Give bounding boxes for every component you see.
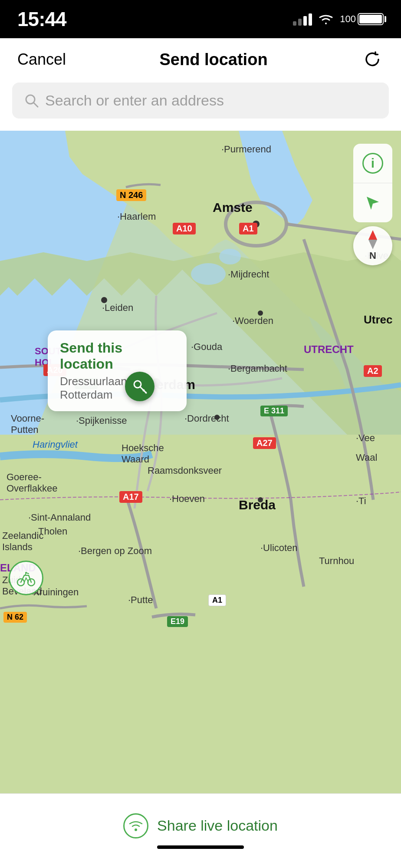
battery-icon <box>358 13 384 25</box>
pin-key-icon <box>131 377 149 396</box>
share-live-location-icon <box>123 813 148 838</box>
location-pin[interactable] <box>125 372 154 401</box>
road-badge-e311: E 311 <box>260 406 288 416</box>
cycling-icon[interactable] <box>9 561 43 595</box>
search-placeholder: Search or enter an address <box>45 92 224 109</box>
callout-address: Dressuurlaantje, Rotterdam <box>60 375 174 402</box>
map-controls: i <box>353 144 392 222</box>
status-time: 15:44 <box>17 7 66 31</box>
location-center-button[interactable] <box>353 183 392 222</box>
road-badge-a2: A2 <box>364 365 382 377</box>
road-badge-a1-top: A1 <box>239 223 257 234</box>
info-circle-icon: i <box>362 153 383 174</box>
road-badge-n246: N 246 <box>116 189 146 201</box>
svg-line-1 <box>34 103 38 107</box>
refresh-button[interactable] <box>361 48 384 71</box>
signal-bar-4 <box>309 13 312 26</box>
search-container: Search or enter an address <box>0 83 401 131</box>
compass-needle-north <box>368 230 377 240</box>
road-badge-n62: N 62 <box>3 612 27 623</box>
compass-north-label: N <box>369 250 376 261</box>
header-title: Send location <box>159 50 267 69</box>
home-indicator <box>157 845 244 849</box>
map-info-button[interactable]: i <box>353 144 392 183</box>
svg-point-16 <box>145 392 147 393</box>
map-container[interactable]: ·Purmerend Amste N 246 ·Haarlem A10 A1 ·… <box>0 131 401 808</box>
road-badge-e19: E19 <box>167 616 188 627</box>
road-badge-a1-bottom: A1 <box>208 594 226 606</box>
compass[interactable]: N <box>353 226 392 265</box>
status-icons: 100 <box>293 13 384 26</box>
refresh-icon <box>363 50 381 69</box>
svg-point-11 <box>214 415 220 420</box>
road-badge-a10: A10 <box>173 223 196 234</box>
svg-point-12 <box>258 497 263 502</box>
cancel-button[interactable]: Cancel <box>17 47 66 72</box>
battery-level: 100 <box>340 13 356 25</box>
svg-point-9 <box>101 297 107 303</box>
svg-point-4 <box>219 249 241 264</box>
road-badge-a27: A27 <box>253 437 276 449</box>
battery-container: 100 <box>340 13 384 25</box>
bottom-bar: Share live location <box>0 793 401 868</box>
location-arrow-icon <box>363 193 382 212</box>
bike-icon <box>16 568 36 587</box>
header: Cancel Send location <box>0 38 401 83</box>
svg-point-20 <box>135 828 137 831</box>
svg-point-10 <box>258 310 263 316</box>
signal-bars-icon <box>293 13 312 26</box>
wifi-icon <box>318 13 334 25</box>
callout-title: Send this location <box>60 340 174 372</box>
svg-point-19 <box>25 572 27 574</box>
location-callout[interactable]: Send this location Dressuurlaantje, Rott… <box>48 330 187 411</box>
svg-point-3 <box>191 263 226 285</box>
status-bar: 15:44 100 <box>0 0 401 38</box>
share-live-row[interactable]: Share live location <box>123 813 278 838</box>
battery-fill <box>359 15 382 23</box>
signal-bar-1 <box>293 21 296 26</box>
road-badge-a17: A17 <box>119 491 142 503</box>
search-bar[interactable]: Search or enter an address <box>12 83 389 119</box>
search-icon <box>24 93 39 108</box>
compass-needle-south <box>368 240 377 249</box>
map-background <box>0 131 401 808</box>
svg-point-15 <box>143 389 145 392</box>
share-live-label: Share live location <box>157 817 278 834</box>
signal-bar-2 <box>298 19 302 26</box>
signal-bar-3 <box>303 16 307 26</box>
share-wifi-icon <box>128 818 144 834</box>
